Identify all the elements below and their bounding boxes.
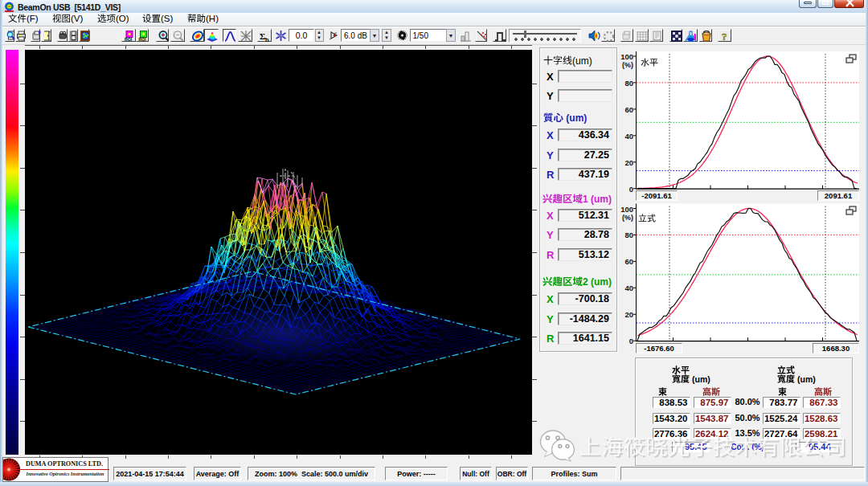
svg-text:?: ? <box>722 31 727 42</box>
svg-text:ROI: ROI <box>139 37 147 41</box>
svg-text:ROI: ROI <box>125 37 133 41</box>
